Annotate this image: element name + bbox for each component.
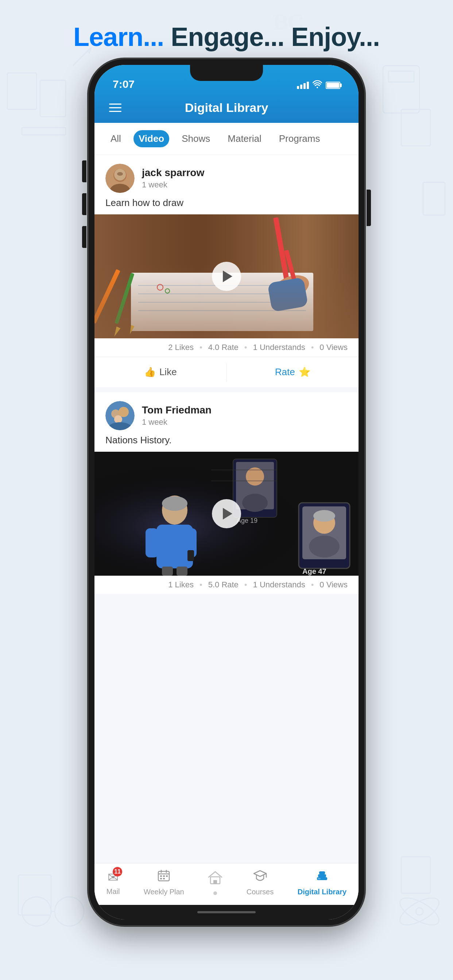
- hamburger-menu-icon[interactable]: [109, 103, 121, 112]
- svg-point-65: [313, 510, 335, 522]
- svg-rect-74: [160, 875, 162, 877]
- nav-item-mail[interactable]: ✉ 11 Mail: [99, 870, 127, 896]
- svg-point-18: [317, 87, 318, 88]
- svg-rect-80: [214, 880, 217, 884]
- svg-rect-7: [423, 182, 445, 215]
- post-2-rate: 5.0 Rate: [208, 580, 239, 590]
- post-1-play-button[interactable]: [212, 262, 241, 291]
- svg-marker-38: [128, 325, 135, 335]
- svg-rect-78: [163, 878, 165, 880]
- swipe-bar: [197, 911, 256, 913]
- svg-point-50: [162, 496, 187, 511]
- post-2-thumbnail[interactable]: Age 19 Age 47: [94, 452, 359, 576]
- svg-rect-82: [318, 874, 326, 877]
- dot-4: •: [199, 580, 203, 590]
- post-2-author-info: Tom Friedman 1 week: [142, 404, 348, 427]
- header-title: Digital Library: [185, 100, 268, 115]
- svg-rect-6: [401, 110, 431, 146]
- post-1-likes: 2 Likes: [168, 343, 194, 352]
- post-card-2: Tom Friedman 1 week Nations History.: [94, 392, 359, 594]
- play-triangle-2: [223, 508, 232, 520]
- hero-learn: Learn...: [73, 22, 164, 51]
- signal-bar-4: [307, 82, 309, 89]
- svg-rect-8: [18, 875, 51, 915]
- svg-point-16: [396, 892, 443, 930]
- weekly-plan-label: Weekly Plan: [144, 888, 184, 896]
- app-header: Digital Library: [94, 94, 359, 123]
- home-dot: [214, 891, 217, 895]
- svg-rect-11: [388, 71, 414, 82]
- status-bar: 7:07: [94, 65, 359, 94]
- svg-point-13: [55, 897, 84, 926]
- digital-library-icon: [315, 869, 329, 886]
- wifi-icon: [313, 80, 322, 91]
- svg-point-45: [114, 415, 122, 423]
- svg-point-12: [22, 897, 51, 926]
- notch: [190, 65, 263, 81]
- post-1-action-bar: 👍 Like Rate ⭐: [94, 356, 359, 387]
- dot-1: •: [199, 343, 203, 352]
- thumbs-up-icon: 👍: [144, 366, 156, 378]
- svg-point-44: [118, 407, 129, 417]
- star-icon: ⭐: [299, 366, 310, 378]
- hamburger-line-2: [109, 107, 121, 108]
- tab-all[interactable]: All: [105, 130, 126, 147]
- nav-item-courses[interactable]: Courses: [239, 869, 281, 896]
- nav-item-home[interactable]: [201, 870, 230, 895]
- nav-item-weekly-plan[interactable]: Weekly Plan: [136, 869, 191, 896]
- svg-rect-41: [267, 277, 308, 312]
- svg-rect-76: [166, 875, 168, 877]
- page-wrapper: BC Learn... Engage... Enjoy...: [0, 0, 453, 980]
- status-time: 7:07: [113, 78, 135, 91]
- post-1-like-button[interactable]: 👍 Like: [94, 363, 226, 381]
- svg-rect-84: [318, 878, 321, 880]
- svg-marker-34: [273, 283, 280, 295]
- svg-point-15: [396, 892, 443, 930]
- tab-video[interactable]: Video: [134, 130, 169, 147]
- weekly-plan-icon: [157, 869, 170, 886]
- signal-bars: [297, 82, 309, 89]
- svg-rect-83: [319, 871, 325, 874]
- svg-point-39: [271, 271, 312, 304]
- post-2-header: Tom Friedman 1 week: [94, 392, 359, 434]
- hero-text: Learn... Engage... Enjoy...: [0, 22, 453, 52]
- tab-shows[interactable]: Shows: [177, 130, 215, 147]
- play-triangle-1: [223, 270, 232, 282]
- svg-rect-52: [145, 528, 158, 557]
- dot-3: •: [311, 343, 314, 352]
- post-1-rate-button[interactable]: Rate ⭐: [227, 363, 359, 381]
- tab-material[interactable]: Material: [222, 130, 266, 147]
- svg-rect-10: [383, 65, 420, 113]
- dot-6: •: [311, 580, 314, 590]
- signal-bar-3: [303, 83, 306, 89]
- like-label: Like: [160, 366, 177, 378]
- filter-tabs: All Video Shows Material Programs: [94, 123, 359, 155]
- post-1-title: Learn how to draw: [94, 197, 359, 215]
- post-1-author-info: jack sparrow 1 week: [142, 167, 348, 189]
- home-icon: [208, 870, 222, 888]
- post-1-author-name: jack sparrow: [142, 167, 348, 179]
- post-2-play-button[interactable]: [212, 499, 241, 528]
- svg-rect-77: [160, 878, 162, 880]
- bottom-nav: ✉ 11 Mail: [94, 863, 359, 905]
- post-1-stats: 2 Likes • 4.0 Rate • 1 Understands • 0 V…: [94, 338, 359, 356]
- post-1-thumbnail[interactable]: [94, 215, 359, 338]
- svg-text:Age 47: Age 47: [302, 567, 327, 575]
- hero-rest: Engage... Enjoy...: [171, 22, 380, 51]
- post-2-author-name: Tom Friedman: [142, 404, 348, 416]
- post-2-time: 1 week: [142, 417, 348, 427]
- svg-rect-75: [163, 875, 165, 877]
- hamburger-line-1: [109, 103, 121, 105]
- nav-item-digital-library[interactable]: Digital Library: [290, 869, 354, 896]
- avatar-jack: [105, 164, 135, 193]
- post-2-views: 0 Views: [319, 580, 348, 590]
- digital-library-label: Digital Library: [298, 888, 346, 896]
- svg-rect-54: [187, 550, 194, 561]
- post-2-likes: 1 Likes: [168, 580, 194, 590]
- svg-rect-1: [40, 80, 65, 117]
- signal-bar-1: [297, 86, 299, 89]
- post-1-header: jack sparrow 1 week: [94, 155, 359, 197]
- rate-label: Rate: [275, 366, 295, 378]
- tab-programs[interactable]: Programs: [274, 130, 325, 147]
- svg-rect-0: [7, 73, 37, 110]
